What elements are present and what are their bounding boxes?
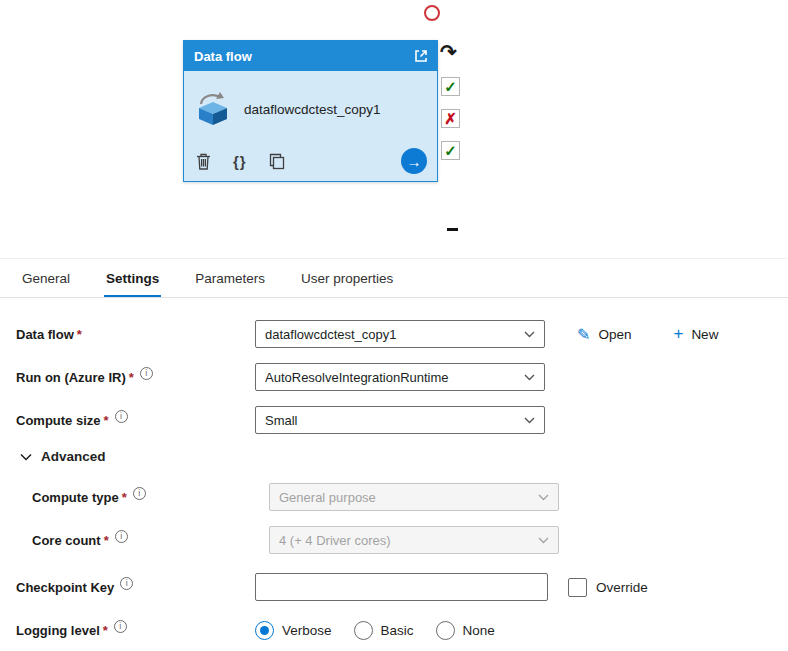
required-marker: * xyxy=(129,370,134,385)
pencil-icon: ✎ xyxy=(577,325,590,344)
compute-type-row: Compute type* i General purpose xyxy=(16,483,772,511)
activity-card-toolbar: {} → xyxy=(184,143,437,183)
status-check-icon: ✓ xyxy=(441,77,460,96)
required-marker: * xyxy=(104,413,109,428)
logging-level-row: Logging level* i Verbose Basic None xyxy=(16,616,772,644)
radio-dot xyxy=(436,621,455,640)
chevron-down-icon xyxy=(538,494,549,501)
properties-panel: General Settings Parameters User propert… xyxy=(0,258,788,644)
compute-size-dropdown[interactable]: Small xyxy=(255,406,545,434)
annotation-circle xyxy=(424,5,440,21)
compute-size-label: Compute size* i xyxy=(16,413,255,428)
advanced-section-toggle[interactable]: Advanced xyxy=(20,449,772,464)
chevron-down-icon xyxy=(524,374,535,381)
copy-icon[interactable] xyxy=(269,153,285,170)
delete-icon[interactable] xyxy=(196,153,211,170)
info-icon[interactable]: i xyxy=(140,367,153,380)
run-on-value: AutoResolveIntegrationRuntime xyxy=(265,370,449,385)
new-dataflow-button[interactable]: + New xyxy=(673,324,718,344)
required-marker: * xyxy=(77,327,82,342)
activity-card-header: Data flow xyxy=(184,41,437,71)
info-icon[interactable]: i xyxy=(120,577,133,590)
chevron-down-icon xyxy=(524,417,535,424)
tab-general[interactable]: General xyxy=(20,259,72,297)
open-dataflow-button[interactable]: ✎ Open xyxy=(577,325,631,344)
data-flow-row: Data flow* dataflowcdctest_copy1 ✎ Open … xyxy=(16,320,772,348)
run-on-label: Run on (Azure IR)* i xyxy=(16,370,255,385)
chevron-down-icon xyxy=(20,453,32,461)
chevron-down-icon xyxy=(538,537,549,544)
pipeline-canvas[interactable]: Data flow xyxy=(0,0,788,258)
info-icon[interactable]: i xyxy=(133,487,146,500)
tab-settings[interactable]: Settings xyxy=(104,259,161,297)
compute-type-value: General purpose xyxy=(279,490,376,505)
radio-verbose[interactable]: Verbose xyxy=(255,621,332,640)
info-icon[interactable]: i xyxy=(115,530,128,543)
required-marker: * xyxy=(122,490,127,505)
core-count-label: Core count* i xyxy=(16,533,255,548)
status-cross-icon: ✗ xyxy=(441,109,460,128)
activity-type-label: Data flow xyxy=(194,49,252,64)
dataflow-activity-card[interactable]: Data flow xyxy=(183,40,438,182)
settings-form: Data flow* dataflowcdctest_copy1 ✎ Open … xyxy=(0,298,788,644)
compute-type-dropdown: General purpose xyxy=(269,483,559,511)
required-marker: * xyxy=(104,533,109,548)
checkpoint-key-row: Checkpoint Key i Override xyxy=(16,573,772,601)
activity-name: dataflowcdctest_copy1 xyxy=(244,101,396,119)
code-braces-icon[interactable]: {} xyxy=(233,153,247,170)
radio-none[interactable]: None xyxy=(436,621,495,640)
core-count-row: Core count* i 4 (+ 4 Driver cores) xyxy=(16,526,772,554)
override-checkbox[interactable] xyxy=(568,578,587,597)
core-count-value: 4 (+ 4 Driver cores) xyxy=(279,533,391,548)
compute-size-value: Small xyxy=(265,413,298,428)
properties-tabs: General Settings Parameters User propert… xyxy=(0,259,788,298)
plus-icon: + xyxy=(673,324,683,344)
radio-dot xyxy=(354,621,373,640)
dataflow-icon xyxy=(196,90,234,130)
chevron-down-icon xyxy=(524,331,535,338)
radio-dot xyxy=(255,621,274,640)
radio-basic[interactable]: Basic xyxy=(354,621,414,640)
activity-card-body: dataflowcdctest_copy1 {} xyxy=(184,71,437,183)
redo-arrow-icon[interactable]: ↷ xyxy=(440,40,457,64)
required-marker: * xyxy=(103,623,108,638)
tab-parameters[interactable]: Parameters xyxy=(193,259,267,297)
status-check-icon: ✓ xyxy=(441,141,460,160)
tab-user-properties[interactable]: User properties xyxy=(299,259,395,297)
advanced-label: Advanced xyxy=(41,449,106,464)
next-arrow-button[interactable]: → xyxy=(401,148,427,174)
data-flow-dropdown[interactable]: dataflowcdctest_copy1 xyxy=(255,320,545,348)
data-flow-value: dataflowcdctest_copy1 xyxy=(265,327,397,342)
compute-type-label: Compute type* i xyxy=(16,490,255,505)
compute-size-row: Compute size* i Small xyxy=(16,406,772,434)
checkpoint-key-label: Checkpoint Key i xyxy=(16,580,255,595)
run-on-row: Run on (Azure IR)* i AutoResolveIntegrat… xyxy=(16,363,772,391)
override-label: Override xyxy=(596,580,648,595)
open-dataflow-icon[interactable] xyxy=(413,48,429,64)
canvas-dash xyxy=(447,228,458,231)
info-icon[interactable]: i xyxy=(115,410,128,423)
checkpoint-key-input[interactable] xyxy=(255,573,548,601)
run-on-dropdown[interactable]: AutoResolveIntegrationRuntime xyxy=(255,363,545,391)
data-flow-label: Data flow* xyxy=(16,327,255,342)
core-count-dropdown: 4 (+ 4 Driver cores) xyxy=(269,526,559,554)
info-icon[interactable]: i xyxy=(114,620,127,633)
logging-level-label: Logging level* i xyxy=(16,623,255,638)
